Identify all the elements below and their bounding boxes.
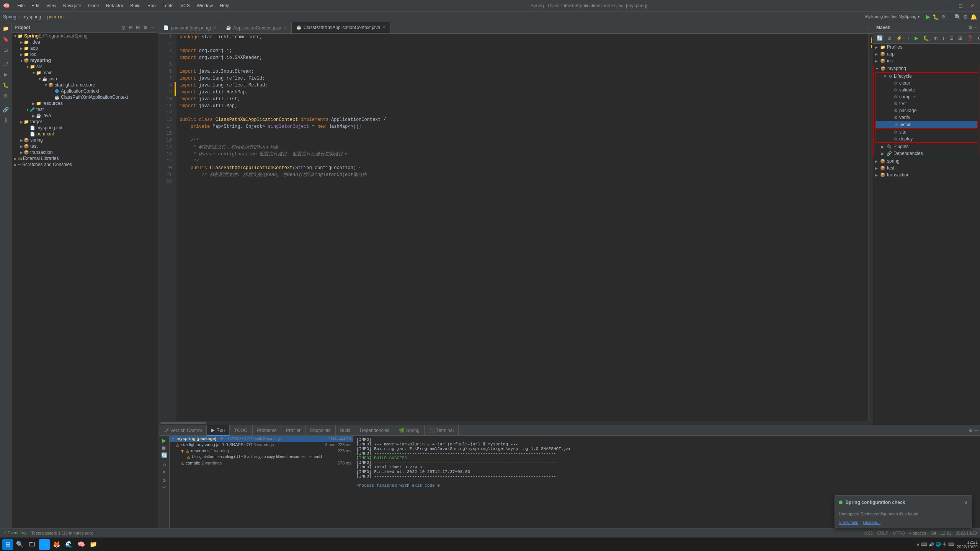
tree-item-target[interactable]: ▶ 📁 target — [11, 119, 158, 125]
run-wrap-button[interactable]: ↩ — [162, 485, 166, 490]
status-event-log[interactable]: ✓ Event Log — [3, 530, 27, 535]
run-scroll-button[interactable]: ⚙ — [162, 463, 166, 468]
browser-icon[interactable]: 🌐 — [39, 539, 50, 550]
maven-item-compile[interactable]: ⚙ compile — [875, 93, 978, 100]
tab-close-button[interactable]: ✕ — [213, 25, 216, 30]
status-git[interactable]: Git — [931, 531, 936, 535]
more-run-options[interactable]: ⚙ — [941, 14, 946, 20]
maven-skip-tests-button[interactable]: ⊘ — [885, 34, 893, 42]
tab-spring[interactable]: 🌿 Spring — [394, 425, 425, 436]
tree-item-application-context[interactable]: 🔷 ApplicationContext — [11, 88, 158, 94]
menu-tools[interactable]: Tools — [160, 2, 176, 9]
maven-add-button[interactable]: + — [905, 34, 912, 42]
tab-version-control[interactable]: ⎇ Version Control — [159, 425, 207, 436]
debug-button[interactable]: 🐛 — [933, 14, 939, 20]
maven-item-profiles[interactable]: ▶ 📁 Profiles — [873, 44, 980, 51]
tree-item-aop[interactable]: ▶ 📁 aop — [11, 45, 158, 51]
tree-item-test[interactable]: ▼ 🧪 test — [11, 106, 158, 112]
tab-close-button[interactable]: ✕ — [382, 25, 386, 30]
bookmarks-icon[interactable]: 🔖 — [1, 34, 10, 44]
tab-pomxml[interactable]: 📄 pom.xml (myspring) ✕ — [159, 22, 221, 34]
maven-item-transaction[interactable]: ▶ 📦 transaction — [873, 171, 980, 178]
bottom-minimize-button[interactable]: ─ — [974, 428, 978, 433]
tree-item-src[interactable]: ▼ 📁 src — [11, 64, 158, 70]
run-jar-item[interactable]: ⚠ star.light:myspring.jar:1.0-SNAPSHOT 3… — [170, 442, 353, 448]
maven-item-test-module[interactable]: ▶ 📦 test — [873, 165, 980, 171]
tree-item-resources[interactable]: ▶ 📁 resources — [11, 100, 158, 106]
tree-item-package[interactable]: ▼ 📦 star.light.frame.core — [11, 82, 158, 88]
services-icon[interactable]: ⚙ — [1, 91, 10, 100]
horizontal-scrollbar[interactable] — [159, 421, 873, 425]
locate-file-button[interactable]: ◎ — [120, 24, 126, 31]
menu-code[interactable]: Code — [85, 2, 102, 9]
git-icon[interactable]: ⎇ — [1, 59, 10, 68]
run-filter-button[interactable]: ⚙ — [162, 478, 166, 483]
menu-window[interactable]: Window — [194, 2, 216, 9]
maven-help-button[interactable]: ❓ — [965, 34, 975, 42]
maven-collapse-button[interactable]: ⊟ — [947, 34, 956, 42]
tray-ime[interactable]: ⌨ — [948, 542, 954, 547]
tree-item-java-test[interactable]: ▶ ☕ java — [11, 112, 158, 119]
run-icon-side[interactable]: ▶ — [1, 70, 10, 79]
status-encoding[interactable]: UTF-8 — [893, 531, 905, 535]
firefox-icon[interactable]: 🦊 — [51, 539, 62, 550]
tab-todo[interactable]: TODO — [230, 425, 252, 436]
collapse-all-button[interactable]: ⊟ — [127, 24, 134, 31]
maven-run-button[interactable]: ▶ — [913, 34, 920, 42]
tree-item-scratches[interactable]: ▶ ✏ Scratches and Consoles — [11, 161, 158, 168]
tab-endpoints[interactable]: Endpoints — [305, 425, 335, 436]
tray-network[interactable]: 🌐 — [936, 542, 941, 547]
status-line-col[interactable]: 8:33 — [864, 531, 872, 535]
status-tests-passed[interactable]: Tests passed: 1 (13 minutes ago) — [31, 531, 93, 535]
notification-expand-button[interactable]: ∨ — [964, 499, 968, 506]
menu-run[interactable]: Run — [144, 2, 159, 9]
maven-expand-button[interactable]: ⊞ — [956, 34, 964, 42]
tree-item-myspring[interactable]: ▼ 📦 myspring — [11, 57, 158, 64]
menu-edit[interactable]: Edit — [28, 2, 42, 9]
maven-item-package[interactable]: ⚙ package — [875, 107, 978, 114]
tab-profiler[interactable]: Profiler — [281, 425, 305, 436]
menu-build[interactable]: Build — [127, 2, 144, 9]
breadcrumb-spring[interactable]: Spring — [3, 14, 16, 20]
tab-classpathxml[interactable]: ☕ ClassPathXmlApplicationContext.java ✕ — [292, 22, 391, 34]
run-config-dropdown[interactable]: MySpringTest.testMySpring ▾ — [862, 13, 923, 20]
tray-lang[interactable]: 中 — [942, 541, 947, 547]
minimize-button[interactable]: ─ — [946, 2, 954, 10]
code-content[interactable]: package star.light.frame.core; import or… — [176, 34, 868, 421]
expand-all-button[interactable]: ⊞ — [135, 24, 141, 31]
tree-item-iml[interactable]: 📄 myspring.iml — [11, 125, 158, 131]
run-play-button[interactable]: ▶ — [162, 437, 166, 443]
tab-dependencies[interactable]: Dependencies — [355, 425, 394, 436]
run-sort-button[interactable]: ≡ — [163, 469, 165, 474]
edge-icon[interactable]: 🌊 — [64, 539, 74, 550]
idea-taskbar-icon[interactable]: 🧠 — [76, 539, 87, 550]
breadcrumb-myspring[interactable]: myspring — [23, 14, 41, 20]
tree-item-spring-module[interactable]: ▶ 📦 spring — [11, 137, 158, 143]
tray-show-hidden[interactable]: ∧ — [916, 542, 920, 547]
tab-build[interactable]: Build — [336, 425, 356, 436]
maven-item-dependencies[interactable]: ▶ 🔗 Dependencies — [874, 150, 980, 157]
run-rerun-button[interactable]: 🔄 — [161, 452, 167, 458]
start-button[interactable]: ⊞ — [2, 539, 13, 550]
project-panel-minimize[interactable]: ─ — [150, 24, 155, 31]
status-indent[interactable]: 4 spaces — [909, 531, 926, 535]
tree-item-pomxml[interactable]: 📄 pom.xml — [11, 131, 158, 137]
maven-item-verify[interactable]: ⚙ verify — [875, 114, 978, 121]
tab-close-button[interactable]: ✕ — [283, 25, 287, 30]
maven-item-clean[interactable]: ⚙ clean — [875, 80, 978, 86]
search-taskbar-button[interactable]: 🔍 — [15, 539, 25, 550]
maven-minimize-button[interactable]: ─ — [973, 25, 977, 30]
maven-item-install[interactable]: ⚙ install — [875, 121, 978, 129]
task-view-button[interactable]: 🗔 — [27, 539, 38, 550]
structure-icon[interactable]: 🗂 — [1, 45, 10, 54]
run-button[interactable]: ▶ — [926, 13, 930, 20]
tabs-more-button[interactable]: ⋯ — [864, 25, 873, 31]
menu-file[interactable]: File — [14, 2, 28, 9]
tree-item-java-main[interactable]: ▼ ☕ java — [11, 76, 158, 82]
disable-link[interactable]: Disable... — [863, 520, 880, 525]
maven-refresh-button[interactable]: 🔄 — [875, 34, 885, 42]
tab-run[interactable]: ▶ Run — [207, 425, 230, 436]
tray-keyboard[interactable]: ⌨ — [921, 542, 927, 547]
menu-help[interactable]: Help — [217, 2, 232, 9]
run-compile-item[interactable]: ⚠ compile 2 warnings 678 ms — [170, 460, 353, 466]
